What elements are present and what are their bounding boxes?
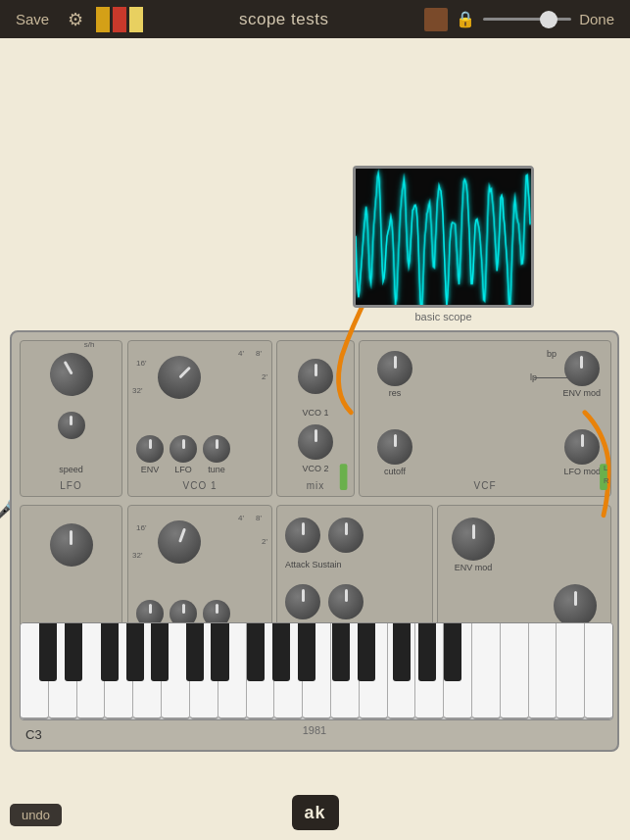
synth-year: 1981 <box>12 724 617 736</box>
vco1-octave-32: 32' <box>132 386 142 395</box>
vco1-section-label: VCO 1 <box>128 480 271 491</box>
lfo-speed-knob[interactable] <box>41 345 100 404</box>
vcf-cutoff-knob[interactable] <box>377 429 412 465</box>
vco2-octave-4: 4' <box>238 514 244 522</box>
key-bb3[interactable] <box>151 623 169 681</box>
mix-section: VCO 1 VCO 2 mix <box>276 340 355 497</box>
env-decay-knob[interactable] <box>285 584 320 619</box>
vcf-lfomod-label: LFO mod <box>563 467 601 476</box>
vcf-res-label: res <box>389 388 402 398</box>
key-eb4[interactable] <box>211 623 228 681</box>
key-ab3[interactable] <box>126 623 144 681</box>
vca-envmod-label: ENV mod <box>455 563 493 572</box>
done-button[interactable]: Done <box>571 7 622 31</box>
lfo-section: s/h speed LFO <box>20 340 122 497</box>
key-eb3[interactable] <box>65 623 82 681</box>
vco2-octave-8: 8' <box>256 514 262 522</box>
key-ab5[interactable] <box>418 623 436 681</box>
vcf-section: bp lp hp res ENV mod cutoff L <box>359 340 611 497</box>
ak-logo: ak <box>292 795 339 830</box>
key-ab4[interactable] <box>272 623 290 681</box>
vcf-envmod-knob[interactable] <box>564 351 600 386</box>
lfo-section-label: LFO <box>21 480 121 491</box>
vcf-envmod-label: ENV mod <box>562 388 601 398</box>
vco1-tune-label: tune <box>208 465 225 474</box>
color-blocks <box>96 7 143 32</box>
vco1-env-label: ENV <box>141 465 160 474</box>
env-release-knob[interactable] <box>328 584 363 619</box>
top-bar: Save ⚙ scope tests 🔒 Done <box>0 0 630 38</box>
lfo-speed-text: speed <box>59 465 83 474</box>
vco1-env-knob[interactable] <box>136 435 164 463</box>
vco1-octave-8: 8' <box>256 349 262 358</box>
key-cs5[interactable] <box>332 623 350 681</box>
env-sustain-knob[interactable] <box>328 518 363 553</box>
vcf-cutoff-label: cutoff <box>384 467 406 476</box>
key-bb5[interactable] <box>444 623 461 681</box>
vco1-lfo-label: LFO <box>174 465 192 474</box>
lock-icon[interactable]: 🔒 <box>456 10 475 28</box>
main-canvas: basic scope L R 🎤 s/h <box>0 38 630 840</box>
vco1-octave-16: 16' <box>136 359 146 368</box>
color-swatch[interactable] <box>424 8 448 31</box>
key-fs5[interactable] <box>393 623 411 681</box>
gear-icon[interactable]: ⚙ <box>63 7 88 32</box>
page-title: scope tests <box>143 10 424 29</box>
keyboard[interactable] <box>20 622 613 720</box>
vco1-octave-4: 4' <box>238 349 244 358</box>
key-fs4[interactable] <box>247 623 265 681</box>
volume-slider[interactable] <box>483 18 571 21</box>
vco2-octave-knob[interactable] <box>152 515 207 569</box>
porta-knob[interactable] <box>50 523 93 567</box>
env-attack-knob[interactable] <box>285 518 320 553</box>
vcf-lfomod-knob[interactable] <box>564 429 600 465</box>
vco2-octave-16: 16' <box>136 523 146 532</box>
color-block-1[interactable] <box>96 7 110 32</box>
vca-envmod-knob[interactable] <box>452 518 495 561</box>
black-keys <box>21 623 612 681</box>
key-cs4[interactable] <box>186 623 204 681</box>
mix-vco2-knob[interactable] <box>298 424 333 460</box>
color-block-3[interactable] <box>129 7 143 32</box>
vco2-octave-2: 2' <box>262 537 267 546</box>
vco1-octave-2: 2' <box>262 372 267 381</box>
vco1-octave-knob[interactable] <box>149 347 210 408</box>
mix-vco1-knob[interactable] <box>298 359 333 394</box>
synth-panel: s/h speed LFO 8' 16' 32' 4' 2' <box>10 330 619 752</box>
color-block-2[interactable] <box>113 7 126 32</box>
vco2-octave-32: 32' <box>132 551 142 560</box>
key-bb4[interactable] <box>298 623 315 681</box>
vco1-section: 8' 16' 32' 4' 2' ENV LFO tune <box>127 340 272 497</box>
vco1-tune-knob[interactable] <box>203 435 230 463</box>
key-eb5[interactable] <box>358 623 375 681</box>
key-cs3[interactable] <box>39 623 57 681</box>
scope-display <box>353 166 534 308</box>
mix-vco1-label: VCO 1 <box>302 408 328 418</box>
mix-section-label: mix <box>277 480 354 491</box>
vcf-section-label: VCF <box>360 480 610 491</box>
vco1-lfo-knob[interactable] <box>170 435 197 463</box>
save-button[interactable]: Save <box>8 7 57 31</box>
vcf-res-knob[interactable] <box>377 351 412 386</box>
lfo-small-knob[interactable] <box>58 412 85 439</box>
key-fs3[interactable] <box>101 623 119 681</box>
env-attack-sustain-label: Attack Sustain <box>285 560 342 569</box>
mix-vco2-label: VCO 2 <box>302 464 328 473</box>
vcf-bp-label: bp <box>547 349 557 359</box>
undo-button[interactable]: undo <box>10 804 62 826</box>
lock-area: 🔒 <box>424 8 571 31</box>
vca-base-knob[interactable] <box>554 584 597 627</box>
scope-label: basic scope <box>382 311 505 322</box>
scope-canvas <box>356 169 531 305</box>
